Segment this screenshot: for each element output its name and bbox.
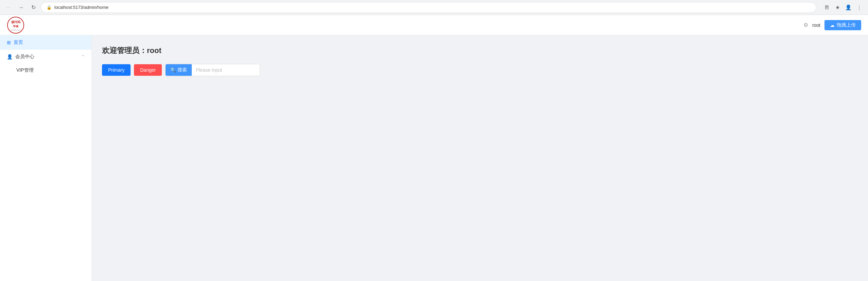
- upload-icon: ☁: [830, 22, 835, 28]
- sidebar-sub-item-vip[interactable]: VIP管理: [0, 64, 91, 77]
- demo-row: Primary Danger 🔍 搜索: [102, 64, 858, 76]
- logo-icon: 源代码 学城 5xClass.com: [7, 16, 24, 34]
- forward-button[interactable]: →: [16, 3, 26, 12]
- back-button[interactable]: ←: [4, 3, 14, 12]
- upload-button[interactable]: ☁ 拖拽上传: [824, 20, 861, 30]
- sidebar-item-home[interactable]: ⊞ 首页: [0, 35, 91, 50]
- sidebar-item-home-label: 首页: [14, 39, 85, 46]
- primary-button[interactable]: Primary: [102, 64, 131, 76]
- sidebar-item-members[interactable]: 👤 会员中心 ⌃: [0, 50, 91, 64]
- app-wrapper: 源代码 学城 5xClass.com ⚙ root ☁ 拖拽上传 ⊞ 首页: [0, 15, 868, 281]
- browser-right-icons: 🖹 ★ 👤 ⋮: [822, 3, 864, 12]
- settings-icon[interactable]: ⚙: [803, 22, 808, 28]
- search-input[interactable]: [192, 64, 260, 76]
- browser-chrome: ← → ↻ 🔒 localhost:5173/admin/home 🖹 ★ 👤 …: [0, 0, 868, 15]
- address-bar[interactable]: 🔒 localhost:5173/admin/home: [41, 2, 816, 13]
- lock-icon: 🔒: [47, 5, 52, 10]
- svg-text:5xClass.com: 5xClass.com: [11, 29, 21, 31]
- chevron-up-icon: ⌃: [81, 54, 85, 59]
- app-logo: 源代码 学城 5xClass.com: [7, 16, 24, 34]
- person-icon: 👤: [7, 54, 13, 59]
- svg-text:源代码: 源代码: [11, 20, 20, 24]
- url-text: localhost:5173/admin/home: [54, 5, 108, 10]
- menu-icon[interactable]: ⋮: [854, 3, 864, 12]
- page-title: 欢迎管理员：root: [102, 46, 858, 56]
- main-layout: ⊞ 首页 👤 会员中心 ⌃ VIP管理 欢迎管理员：root Primary D…: [0, 35, 868, 281]
- content-area: 欢迎管理员：root Primary Danger 🔍 搜索: [92, 35, 868, 281]
- sidebar-sub-item-vip-label: VIP管理: [16, 67, 34, 73]
- admin-name: root: [147, 46, 161, 55]
- header-right: ⚙ root ☁ 拖拽上传: [803, 20, 861, 30]
- welcome-text: 欢迎管理员：: [102, 46, 147, 55]
- profile-icon[interactable]: 👤: [844, 3, 853, 12]
- search-input-wrapper: 🔍 搜索: [165, 64, 260, 76]
- svg-text:学城: 学城: [13, 25, 19, 28]
- username-label: root: [812, 22, 820, 28]
- upload-btn-label: 拖拽上传: [837, 22, 856, 28]
- bookmark-icon[interactable]: ★: [833, 3, 842, 12]
- sidebar-item-members-label: 会员中心: [15, 54, 79, 60]
- sidebar: ⊞ 首页 👤 会员中心 ⌃ VIP管理: [0, 35, 92, 281]
- danger-button[interactable]: Danger: [134, 64, 162, 76]
- home-icon: ⊞: [7, 40, 11, 45]
- search-icon: 🔍: [170, 67, 176, 73]
- refresh-button[interactable]: ↻: [29, 3, 38, 12]
- translate-icon[interactable]: 🖹: [822, 3, 831, 12]
- app-header: 源代码 学城 5xClass.com ⚙ root ☁ 拖拽上传: [0, 15, 868, 35]
- search-button[interactable]: 🔍 搜索: [166, 64, 192, 76]
- search-btn-label: 搜索: [177, 67, 187, 73]
